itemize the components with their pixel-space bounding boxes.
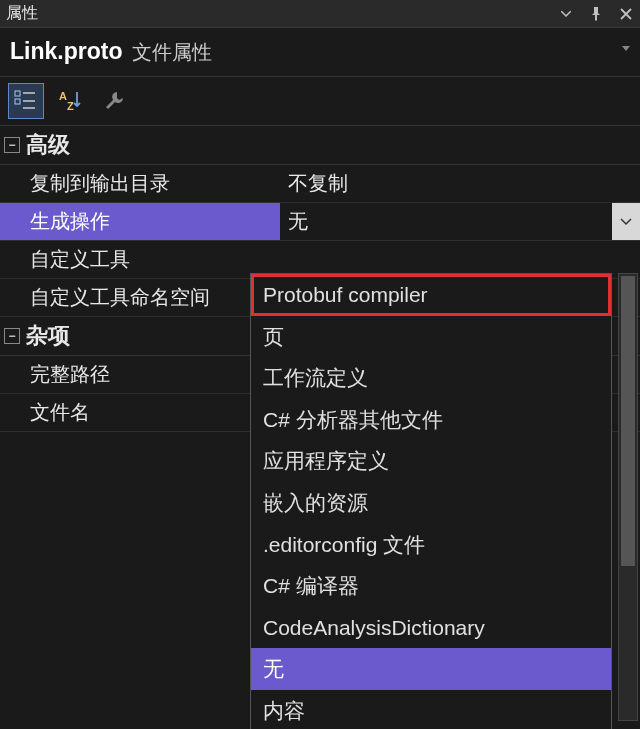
dropdown-item[interactable]: 应用程序定义 bbox=[251, 440, 611, 482]
scrollbar-thumb[interactable] bbox=[621, 276, 635, 566]
dropdown-item[interactable]: 内容 bbox=[251, 690, 611, 729]
property-label: 完整路径 bbox=[0, 356, 280, 393]
property-value-text: 无 bbox=[288, 208, 308, 235]
svg-text:A: A bbox=[59, 90, 67, 102]
property-value[interactable]: 无 bbox=[280, 203, 640, 240]
file-name: Link.proto bbox=[10, 38, 122, 65]
categorize-button[interactable] bbox=[8, 83, 44, 119]
dropdown-item[interactable]: C# 分析器其他文件 bbox=[251, 399, 611, 441]
file-header: Link.proto 文件属性 bbox=[0, 28, 640, 77]
property-row[interactable]: 复制到输出目录 不复制 bbox=[0, 165, 640, 203]
panel-title: 属性 bbox=[6, 3, 558, 24]
dropdown-icon[interactable] bbox=[558, 6, 574, 22]
header-dropdown-icon[interactable] bbox=[622, 46, 630, 52]
property-label: 文件名 bbox=[0, 394, 280, 431]
dropdown-item[interactable]: 嵌入的资源 bbox=[251, 482, 611, 524]
dropdown-button[interactable] bbox=[612, 203, 640, 240]
property-label: 复制到输出目录 bbox=[0, 165, 280, 202]
toolbar: A Z bbox=[0, 77, 640, 126]
property-value[interactable]: 不复制 bbox=[280, 165, 640, 202]
svg-text:Z: Z bbox=[67, 100, 74, 112]
property-label: 生成操作 bbox=[0, 203, 280, 240]
collapse-icon[interactable]: − bbox=[4, 137, 20, 153]
file-subtitle: 文件属性 bbox=[132, 39, 212, 66]
scrollbar-vertical[interactable] bbox=[618, 273, 638, 721]
svg-rect-1 bbox=[15, 99, 20, 104]
category-label: 高级 bbox=[26, 130, 70, 160]
category-header-advanced[interactable]: − 高级 bbox=[0, 126, 640, 165]
property-row-selected[interactable]: 生成操作 无 bbox=[0, 203, 640, 241]
window-controls bbox=[558, 6, 634, 22]
pin-icon[interactable] bbox=[588, 6, 604, 22]
svg-rect-0 bbox=[15, 91, 20, 96]
property-label: 自定义工具 bbox=[0, 241, 280, 278]
dropdown-item[interactable]: C# 编译器 bbox=[251, 565, 611, 607]
dropdown-item[interactable]: 页 bbox=[251, 316, 611, 358]
dropdown-item[interactable]: CodeAnalysisDictionary bbox=[251, 607, 611, 649]
sort-az-button[interactable]: A Z bbox=[52, 83, 88, 119]
dropdown-item[interactable]: 工作流定义 bbox=[251, 357, 611, 399]
dropdown-item-protobuf[interactable]: Protobuf compiler bbox=[251, 274, 611, 316]
dropdown-item[interactable]: .editorconfig 文件 bbox=[251, 524, 611, 566]
close-icon[interactable] bbox=[618, 6, 634, 22]
collapse-icon[interactable]: − bbox=[4, 328, 20, 344]
category-label: 杂项 bbox=[26, 321, 70, 351]
dropdown-item-selected[interactable]: 无 bbox=[251, 648, 611, 690]
dropdown-popup: Protobuf compiler 页 工作流定义 C# 分析器其他文件 应用程… bbox=[250, 273, 612, 729]
panel-title-bar: 属性 bbox=[0, 0, 640, 28]
wrench-button[interactable] bbox=[96, 83, 132, 119]
property-label: 自定义工具命名空间 bbox=[0, 279, 280, 316]
